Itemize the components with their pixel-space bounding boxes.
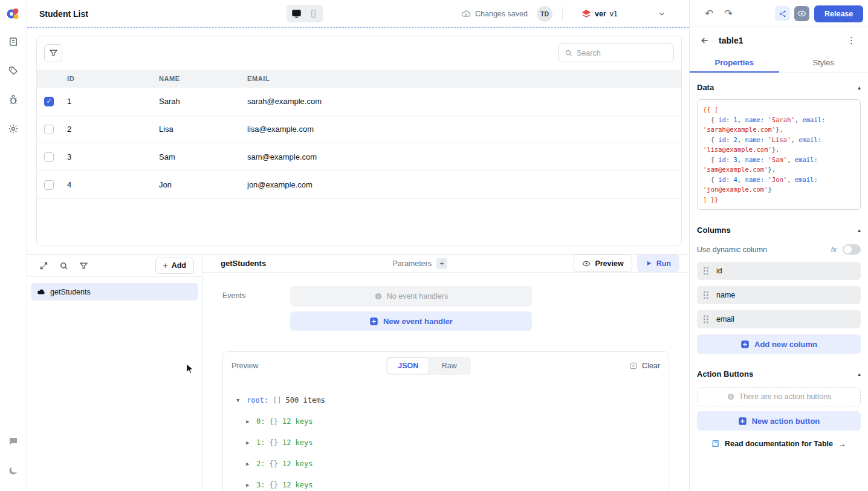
canvas-mode-toggle[interactable] bbox=[287, 5, 323, 22]
pages-icon[interactable] bbox=[0, 27, 27, 56]
drag-handle-icon[interactable] bbox=[703, 291, 709, 299]
widget-name[interactable]: table1 bbox=[719, 36, 743, 45]
documentation-link-label: Read documentation for Table bbox=[725, 440, 833, 448]
debugger-bug-icon[interactable] bbox=[0, 85, 27, 114]
mobile-icon[interactable] bbox=[307, 8, 319, 20]
clear-button[interactable]: Clear bbox=[539, 362, 660, 370]
new-action-button[interactable]: New action button bbox=[697, 411, 861, 431]
comments-icon[interactable] bbox=[0, 427, 27, 456]
row-checkbox[interactable]: ✓ bbox=[44, 97, 54, 106]
desktop-icon[interactable] bbox=[290, 8, 302, 20]
tree-node-type: {} bbox=[269, 417, 277, 426]
no-action-buttons-box: There are no action buttons bbox=[697, 387, 861, 406]
app-title: Student List bbox=[39, 0, 88, 27]
column-header-id[interactable]: ID bbox=[67, 75, 159, 82]
tab-raw[interactable]: Raw bbox=[429, 358, 470, 374]
dynamic-column-toggle[interactable] bbox=[843, 244, 861, 255]
table-row[interactable]: 4Jonjon@example.com bbox=[37, 171, 681, 199]
json-tree-node[interactable]: ▶3:{}12 keys bbox=[236, 474, 655, 491]
app-logo[interactable] bbox=[0, 0, 27, 27]
app-preview-eye-button[interactable] bbox=[794, 6, 809, 21]
column-header-name[interactable]: NAME bbox=[159, 75, 247, 82]
documentation-link[interactable]: Read documentation for Table → bbox=[697, 439, 861, 449]
settings-gear-icon[interactable] bbox=[0, 114, 27, 143]
version-chevron-down-icon[interactable] bbox=[658, 0, 666, 27]
expand-panel-icon[interactable] bbox=[39, 261, 48, 270]
cell-id: 3 bbox=[67, 152, 159, 161]
user-avatar[interactable]: TD bbox=[537, 6, 552, 22]
add-parameter-button[interactable]: + bbox=[436, 258, 447, 269]
table-search-input[interactable] bbox=[577, 49, 667, 57]
query-preview-button[interactable]: Preview bbox=[574, 255, 632, 272]
code-line: 'jon@example.com'} bbox=[703, 184, 855, 195]
code-token: , bbox=[787, 156, 795, 163]
tree-root-type: [] bbox=[273, 396, 281, 405]
code-token: , bbox=[737, 156, 745, 163]
row-checkbox[interactable] bbox=[44, 180, 54, 190]
tree-children: ▶0:{}12 keys▶1:{}12 keys▶2:{}12 keys▶3:{… bbox=[236, 411, 655, 491]
code-token: 'Jon' bbox=[768, 176, 788, 183]
column-item-label: name bbox=[716, 291, 735, 299]
query-title: getStudents bbox=[221, 259, 266, 268]
release-button[interactable]: Release bbox=[814, 5, 863, 22]
json-tree-node[interactable]: ▶2:{}12 keys bbox=[236, 453, 655, 474]
app-canvas: ID NAME EMAIL ✓1Sarahsarah@example.com2L… bbox=[27, 27, 689, 254]
code-token: 'sarah@example.com' bbox=[703, 126, 776, 133]
query-list-item[interactable]: getStudents bbox=[31, 283, 198, 301]
inspector-header: table1 ⋮ bbox=[690, 27, 868, 53]
version-layers-icon bbox=[581, 9, 591, 19]
code-token: , bbox=[737, 176, 745, 183]
tab-json[interactable]: JSON bbox=[387, 358, 429, 374]
code-token: id: bbox=[718, 176, 730, 183]
drag-handle-icon[interactable] bbox=[703, 267, 709, 275]
new-event-handler-button[interactable]: New event handler bbox=[290, 311, 532, 331]
code-token: 'Sam' bbox=[768, 156, 788, 163]
undo-icon[interactable]: ↶ bbox=[701, 0, 717, 27]
share-button[interactable] bbox=[775, 6, 790, 21]
query-panel: + Add getStudents getStudents Parameters… bbox=[27, 254, 689, 491]
table-search[interactable] bbox=[558, 44, 674, 62]
tab-styles[interactable]: Styles bbox=[779, 53, 868, 73]
add-new-column-button[interactable]: Add new column bbox=[697, 334, 861, 354]
fx-button[interactable]: fx bbox=[831, 246, 837, 254]
drag-handle-icon[interactable] bbox=[703, 315, 709, 324]
add-query-button[interactable]: + Add bbox=[155, 258, 195, 274]
table-row[interactable]: 3Samsam@example.com bbox=[37, 143, 681, 171]
query-preview-box: Preview JSON Raw Clear ▼ root: [] 500 it… bbox=[222, 351, 669, 491]
column-item[interactable]: email bbox=[697, 310, 861, 328]
data-section-header[interactable]: Data ▴ bbox=[697, 83, 861, 92]
column-item[interactable]: name bbox=[697, 286, 861, 304]
row-checkbox[interactable] bbox=[44, 125, 54, 134]
column-item[interactable]: id bbox=[697, 262, 861, 280]
data-code-editor[interactable]: {{ [ { id: 1, name: 'Sarah', email:'sara… bbox=[697, 99, 861, 210]
top-bar: Student List Changes saved TD ver v1 ↶ ↷… bbox=[0, 0, 868, 27]
row-checkbox[interactable] bbox=[44, 152, 54, 162]
table-row[interactable]: 2Lisalisa@example.com bbox=[37, 115, 681, 143]
kebab-menu-icon[interactable]: ⋮ bbox=[843, 35, 860, 46]
code-line: {{ [ bbox=[703, 105, 855, 115]
json-tree-node[interactable]: ▶1:{}12 keys bbox=[236, 432, 655, 453]
query-filter-icon[interactable] bbox=[79, 261, 88, 270]
query-run-button[interactable]: Run bbox=[637, 255, 679, 272]
table-row[interactable]: ✓1Sarahsarah@example.com bbox=[37, 88, 681, 115]
tab-properties[interactable]: Properties bbox=[690, 53, 779, 73]
json-tree-node[interactable]: ▶0:{}12 keys bbox=[236, 411, 655, 432]
table-filter-button[interactable] bbox=[44, 44, 62, 62]
columns-section-header[interactable]: Columns ▴ bbox=[697, 226, 861, 235]
query-search-icon[interactable] bbox=[59, 261, 68, 270]
back-arrow-icon[interactable] bbox=[698, 34, 711, 47]
code-token: email: bbox=[802, 116, 825, 123]
version-selector[interactable]: ver v1 bbox=[581, 0, 618, 27]
plus-square-icon bbox=[738, 417, 747, 426]
redo-icon[interactable]: ↷ bbox=[721, 0, 736, 27]
json-tree-root[interactable]: ▼ root: [] 500 items bbox=[236, 389, 655, 411]
inspector-tag-icon[interactable] bbox=[0, 56, 27, 85]
row-checkbox-cell bbox=[44, 125, 67, 134]
actions-section-header[interactable]: Action Buttons ▴ bbox=[697, 369, 861, 379]
new-action-button-label: New action button bbox=[752, 417, 820, 426]
column-header-email[interactable]: EMAIL bbox=[247, 75, 674, 82]
cell-name: Jon bbox=[159, 180, 247, 189]
dark-mode-moon-icon[interactable] bbox=[0, 456, 27, 485]
code-token: id: bbox=[718, 136, 730, 143]
table-widget[interactable]: ID NAME EMAIL ✓1Sarahsarah@example.com2L… bbox=[36, 36, 682, 246]
